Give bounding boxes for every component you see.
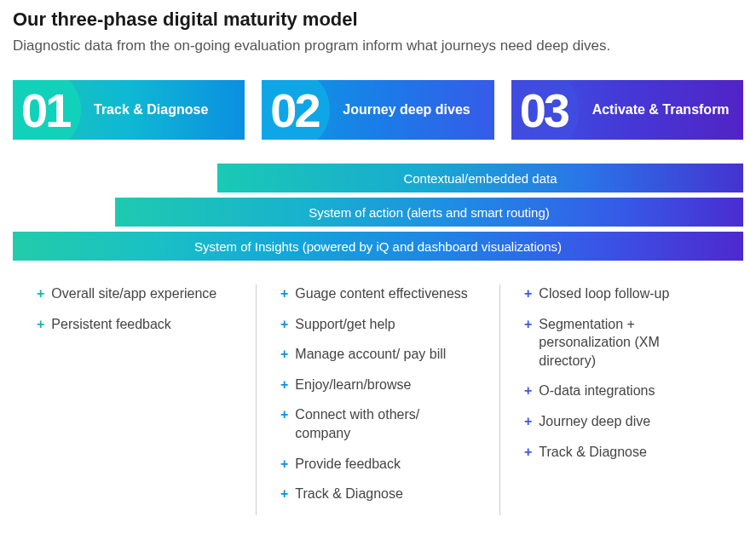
plus-icon: + <box>280 284 288 303</box>
list-item: +Manage account/ pay bill <box>280 345 476 364</box>
layer-bars: Contextual/embedded data System of actio… <box>13 164 743 261</box>
page-title: Our three-phase digital maturity model <box>13 9 743 31</box>
list-item: +Overall site/app experience <box>37 284 232 303</box>
item-text: Track & Diagnose <box>295 485 403 503</box>
layer-bar-insights: System of Insights (powered by iQ and da… <box>13 232 743 261</box>
item-text: Closed loop follow-up <box>539 284 669 303</box>
item-text: Support/get help <box>295 315 395 334</box>
item-text: Guage content effectiveness <box>295 284 468 303</box>
item-text: Enjoy/learn/browse <box>295 376 411 394</box>
column-activate: +Closed loop follow-up +Segmentation + p… <box>500 284 743 515</box>
list-item: +Segmentation + personalization (XM dire… <box>524 315 719 370</box>
list-item: +Closed loop follow-up <box>524 284 719 303</box>
plus-icon: + <box>280 315 288 334</box>
list-item: +Connect with others/ company <box>280 405 476 442</box>
item-text: O-data integrations <box>539 382 655 400</box>
phase-card-3: 03 Activate & Transform <box>511 80 743 140</box>
plus-icon: + <box>280 455 288 474</box>
phase-label: Track & Diagnose <box>94 101 208 118</box>
layer-bar-action: System of action (alerts and smart routi… <box>115 198 743 227</box>
plus-icon: + <box>37 284 44 303</box>
list-item: +Track & Diagnose <box>524 443 719 462</box>
plus-icon: + <box>37 315 44 334</box>
phase-card-2: 02 Journey deep dives <box>262 80 493 140</box>
item-text: Persistent feedback <box>51 315 171 334</box>
item-text: Overall site/app experience <box>51 284 216 303</box>
item-text: Manage account/ pay bill <box>295 345 446 364</box>
page-subtitle: Diagnostic data from the on-going evalua… <box>13 37 743 55</box>
plus-icon: + <box>280 376 288 394</box>
phase-card-1: 01 Track & Diagnose <box>13 80 245 140</box>
plus-icon: + <box>280 345 288 364</box>
item-text: Provide feedback <box>295 455 401 474</box>
column-journey: +Guage content effectiveness +Support/ge… <box>256 284 500 515</box>
list-item: +Guage content effectiveness <box>280 284 476 303</box>
item-text: Journey deep dive <box>539 412 650 431</box>
list-item: +O-data integrations <box>524 382 719 400</box>
list-item: +Enjoy/learn/browse <box>280 376 476 394</box>
item-text: Track & Diagnose <box>539 443 647 462</box>
list-item: +Persistent feedback <box>37 315 232 334</box>
list-item: +Track & Diagnose <box>280 485 476 503</box>
plus-icon: + <box>524 284 532 303</box>
item-text: Connect with others/ company <box>295 405 476 442</box>
layer-bar-contextual: Contextual/embedded data <box>217 164 743 192</box>
plus-icon: + <box>524 412 532 431</box>
phase-label: Journey deep dives <box>343 101 470 118</box>
columns: +Overall site/app experience +Persistent… <box>13 284 743 515</box>
plus-icon: + <box>280 405 288 424</box>
phases-row: 01 Track & Diagnose 02 Journey deep dive… <box>13 80 743 140</box>
phase-number: 01 <box>13 83 94 138</box>
list-item: +Support/get help <box>280 315 476 334</box>
phase-number: 03 <box>511 83 592 138</box>
plus-icon: + <box>524 382 532 400</box>
phase-label: Activate & Transform <box>592 101 730 118</box>
list-item: +Journey deep dive <box>524 412 719 431</box>
plus-icon: + <box>280 485 288 503</box>
list-item: +Provide feedback <box>280 455 476 474</box>
plus-icon: + <box>524 315 532 334</box>
column-track-diagnose: +Overall site/app experience +Persistent… <box>13 284 256 515</box>
plus-icon: + <box>524 443 532 462</box>
item-text: Segmentation + personalization (XM direc… <box>539 315 719 370</box>
phase-number: 02 <box>262 83 343 138</box>
